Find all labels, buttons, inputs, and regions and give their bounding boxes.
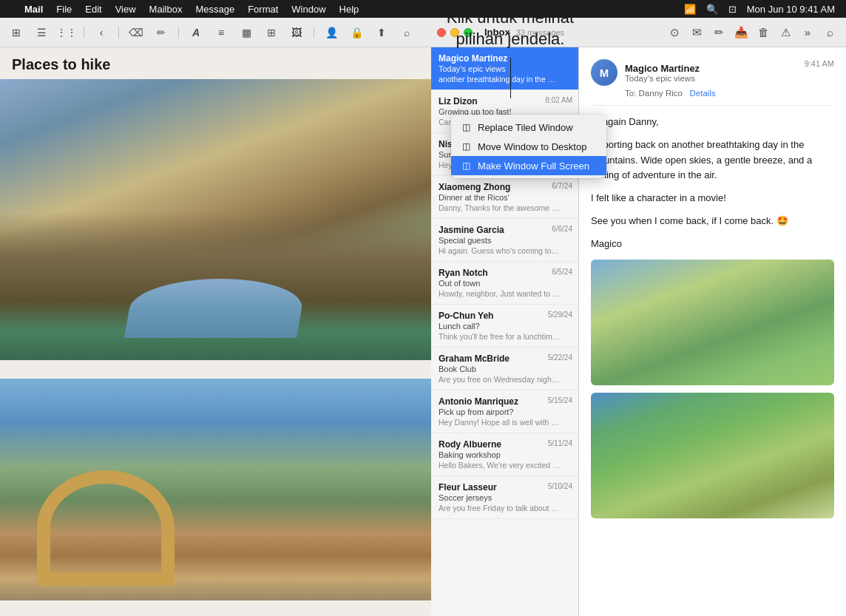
junk-icon[interactable]: ⚠ bbox=[775, 22, 796, 43]
grid-view-button[interactable]: ⊞ bbox=[6, 24, 27, 41]
email-detail: M Magico Martinez Today's epic views 9:4… bbox=[579, 47, 846, 616]
photo-options-button[interactable]: 🖼 bbox=[286, 24, 307, 41]
list-item[interactable]: 5/10/24Fleur LasseurSoccer jerseysAre yo… bbox=[431, 476, 578, 519]
list-item[interactable]: 6/7/24Xiaomeng ZhongDinner at the Ricos'… bbox=[431, 176, 578, 219]
list-item[interactable]: 6/6/24Jasmine GarciaSpecial guestsHi aga… bbox=[431, 219, 578, 262]
email-subject: Pick up from airport? bbox=[439, 407, 571, 416]
back-button[interactable]: ‹ bbox=[91, 24, 112, 41]
email-time: 5/22/24 bbox=[548, 353, 572, 362]
context-menu-item[interactable]: ◫Make Window Full Screen bbox=[451, 156, 606, 175]
toolbar-separator-1 bbox=[84, 27, 84, 38]
email-preview: Think you'll be free for a lunchtime cha… bbox=[439, 332, 561, 341]
menubar: Mail File Edit View Mailbox Message Form… bbox=[0, 0, 846, 18]
email-sender: Xiaomeng Zhong bbox=[439, 182, 571, 192]
email-sender: Magico Martinez bbox=[439, 53, 571, 64]
email-preview: Hi again. Guess who's coming to town wit… bbox=[439, 246, 561, 255]
email-subject: Special guests bbox=[439, 236, 571, 245]
email-time: 5/15/24 bbox=[548, 396, 572, 405]
archive-icon[interactable]: 📥 bbox=[731, 22, 751, 43]
email-from-row: M Magico Martinez Today's epic views 9:4… bbox=[591, 59, 834, 86]
email-subject-line: Today's epic views bbox=[625, 74, 797, 83]
right-pane: Inbox 33 messages ⊙ ✉ ✏ 📥 🗑 ⚠ » ⌕ Magico… bbox=[431, 18, 846, 616]
menu-mailbox[interactable]: Mailbox bbox=[143, 0, 189, 18]
list-item[interactable]: 6/5/24Ryan NotchOut of townHowdy, neighb… bbox=[431, 262, 578, 305]
apple-menu[interactable] bbox=[0, 0, 18, 18]
email-preview: Danny, Thanks for the awesome evening! I… bbox=[439, 203, 561, 212]
email-time: 6/5/24 bbox=[552, 268, 572, 276]
left-pane: ⊞ ☰ ⋮⋮ ‹ ⌫ ✏ A ≡ ▦ ⊞ 🖼 👤 🔒 ⬆ ⌕ Places to… bbox=[0, 18, 431, 616]
threads-icon[interactable]: ⊙ bbox=[664, 22, 685, 43]
more-icon[interactable]: » bbox=[797, 22, 818, 43]
list-item[interactable]: 5/11/24Rody AlbuerneBaking workshopHello… bbox=[431, 433, 578, 476]
compose-new-icon[interactable]: ✉ bbox=[686, 22, 707, 43]
email-body: Hi again Danny,Reporting back on another… bbox=[591, 115, 834, 252]
menu-help[interactable]: Help bbox=[333, 0, 366, 18]
search-button[interactable]: ⌕ bbox=[396, 24, 417, 41]
email-subject: Dinner at the Ricos' bbox=[439, 193, 571, 202]
email-subject: Out of town bbox=[439, 279, 571, 288]
columns-view-button[interactable]: ⋮⋮ bbox=[56, 24, 77, 41]
email-from-name: Magico Martinez bbox=[625, 63, 797, 74]
menu-view[interactable]: View bbox=[109, 0, 143, 18]
control-center-icon[interactable]: ⊡ bbox=[725, 4, 740, 15]
format-list-button[interactable]: ≡ bbox=[211, 24, 231, 41]
list-item[interactable]: 5/29/24Po-Chun YehLunch call?Think you'l… bbox=[431, 305, 578, 348]
email-preview: Hey Danny! Hope all is well with you. I'… bbox=[439, 418, 561, 427]
wifi-icon[interactable]: 📶 bbox=[680, 4, 700, 15]
menu-file[interactable]: File bbox=[50, 0, 78, 18]
left-toolbar: ⊞ ☰ ⋮⋮ ‹ ⌫ ✏ A ≡ ▦ ⊞ 🖼 👤 🔒 ⬆ ⌕ bbox=[0, 18, 431, 47]
email-preview: Are you free on Wednesday night? Can't w… bbox=[439, 375, 561, 384]
email-detail-header: M Magico Martinez Today's epic views 9:4… bbox=[591, 59, 834, 106]
app-menu-mail[interactable]: Mail bbox=[18, 0, 50, 18]
email-subject: Today's epic views bbox=[439, 64, 571, 73]
write-icon[interactable]: ✏ bbox=[708, 22, 729, 43]
delete-mail-icon[interactable]: 🗑 bbox=[753, 22, 774, 43]
left-pane-title: Places to hike bbox=[0, 47, 431, 79]
annotation-line bbox=[510, 58, 511, 98]
list-item[interactable]: Magico MartinezToday's epic viewsanother… bbox=[431, 47, 578, 90]
email-sender: Jasmine Garcia bbox=[439, 225, 571, 235]
email-time: 9:41 AM bbox=[805, 59, 834, 68]
menu-message[interactable]: Message bbox=[189, 0, 241, 18]
list-view-button[interactable]: ☰ bbox=[31, 24, 52, 41]
context-menu-item-icon: ◫ bbox=[460, 141, 472, 152]
email-subject: Book Club bbox=[439, 365, 571, 373]
context-menu-item[interactable]: ◫Replace Tiled Window bbox=[451, 118, 606, 137]
email-time: 5/29/24 bbox=[548, 311, 572, 319]
details-link[interactable]: Details bbox=[690, 89, 716, 98]
email-preview: Hello Bakers, We're very excited to have… bbox=[439, 461, 561, 470]
menu-edit[interactable]: Edit bbox=[78, 0, 108, 18]
photos-grid bbox=[0, 79, 431, 616]
menu-format[interactable]: Format bbox=[241, 0, 285, 18]
toolbar-separator-3 bbox=[178, 27, 179, 38]
search-mail-icon[interactable]: ⌕ bbox=[819, 22, 840, 43]
lock-button[interactable]: 🔒 bbox=[346, 24, 367, 41]
table-button[interactable]: ▦ bbox=[236, 24, 257, 41]
menu-window[interactable]: Window bbox=[285, 0, 332, 18]
context-menu-item[interactable]: ◫Move Window to Desktop bbox=[451, 137, 606, 156]
email-time: 8:02 AM bbox=[545, 96, 572, 104]
photo-bottom-image bbox=[0, 379, 431, 600]
list-item[interactable]: 5/22/24Graham McBrideBook ClubAre you fr… bbox=[431, 348, 578, 390]
people-button[interactable]: 👤 bbox=[321, 24, 342, 41]
toolbar-separator-2 bbox=[118, 27, 119, 38]
context-menu-item-icon: ◫ bbox=[460, 121, 472, 133]
context-menu-item-label: Make Window Full Screen bbox=[478, 160, 589, 172]
compose-button[interactable]: ✏ bbox=[151, 24, 172, 41]
email-subject: Lunch call? bbox=[439, 322, 571, 331]
inline-photo-1 bbox=[591, 260, 834, 385]
inline-photo-2 bbox=[591, 393, 834, 518]
text-button[interactable]: A bbox=[186, 24, 206, 41]
annotation-tooltip: Klik untuk melihat pilihan jendela. bbox=[429, 7, 592, 50]
email-time: 5/10/24 bbox=[548, 482, 572, 490]
list-item[interactable]: 5/15/24Antonio ManriquezPick up from air… bbox=[431, 390, 578, 433]
mail-toolbar-icons: ⊙ ✉ ✏ 📥 🗑 ⚠ » ⌕ bbox=[664, 22, 840, 43]
email-subject: Soccer jerseys bbox=[439, 493, 571, 502]
search-menubar-icon[interactable]: 🔍 bbox=[703, 4, 722, 15]
share-button[interactable]: ⬆ bbox=[371, 24, 392, 41]
split-button[interactable]: ⊞ bbox=[261, 24, 282, 41]
toolbar-separator-4 bbox=[314, 27, 314, 38]
delete-button[interactable]: ⌫ bbox=[126, 24, 146, 41]
context-menu-item-label: Move Window to Desktop bbox=[478, 141, 586, 152]
context-menu: ◫Replace Tiled Window◫Move Window to Des… bbox=[451, 115, 606, 178]
